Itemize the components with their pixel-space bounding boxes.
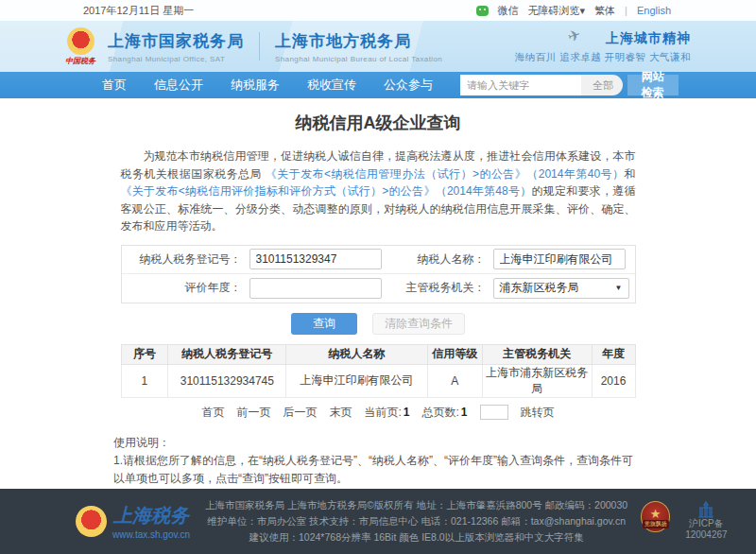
intro-text: 和 — [625, 167, 636, 181]
cell-index: 1 — [121, 364, 168, 397]
col-reg-number: 纳税人税务登记号 — [168, 344, 286, 364]
site-banner: 中国税务 上海市国家税务局 Shanghai Municipal Office,… — [0, 21, 756, 72]
national-office-name: 上海市国家税务局 — [108, 30, 244, 52]
total-pages-indicator: 总页数:1 — [422, 405, 468, 421]
col-tax-authority: 主管税务机关 — [482, 344, 592, 364]
taxpayer-name-label: 纳税人名称： — [389, 246, 493, 274]
search-input[interactable] — [460, 75, 581, 95]
prev-page-link[interactable]: 前一页 — [236, 405, 270, 421]
current-page-indicator: 当前页:1 — [364, 405, 409, 421]
icp-text: 沪ICP备 12004267 — [685, 518, 728, 542]
party-badge-icon[interactable]: ★ 党旗飘扬 — [641, 501, 670, 532]
last-page-link[interactable]: 末页 — [329, 405, 352, 421]
footer-browser-line: 建议使用：1024*768分辨率 16Bit 颜色 IE8.0以上版本浏览器和中… — [205, 529, 627, 545]
first-page-link[interactable]: 首页 — [201, 405, 224, 421]
current-date: 2017年12月11日 星期一 — [83, 4, 194, 18]
site-search: 全部 网站检索 — [460, 75, 679, 95]
evaluation-year-input[interactable] — [249, 278, 382, 299]
icp-registration[interactable]: 沪ICP备 12004267 — [685, 501, 728, 542]
divider: | — [625, 5, 627, 16]
table-header-row: 序号 纳税人税务登记号 纳税人名称 信用等级 主管税务机关 年度 — [121, 344, 635, 364]
accessibility-link[interactable]: 无障碍浏览▾ — [528, 4, 586, 18]
nav-item-tax-services[interactable]: 纳税服务 — [231, 77, 280, 94]
utility-bar: 2017年12月11日 星期一 微信 无障碍浏览▾ 繁体 | English — [0, 0, 756, 21]
local-bureau-name: 上海市地方税务局 — [275, 30, 442, 52]
footer-info: 上海市国家税务局 上海市地方税务局©版权所有 地址：上海市肇嘉浜路800号 邮政… — [205, 497, 627, 545]
cell-year: 2016 — [592, 364, 635, 397]
national-office-subtitle: Shanghai Municipal Office, SAT — [108, 55, 244, 63]
city-spirit-title: 上海城市精神 — [606, 30, 691, 47]
national-office-block: 上海市国家税务局 Shanghai Municipal Office, SAT — [108, 30, 244, 63]
clear-conditions-button[interactable]: 清除查询条件 — [372, 313, 465, 335]
star-icon: ★ — [650, 507, 662, 521]
next-page-link[interactable]: 后一页 — [283, 405, 317, 421]
traditional-chinese-link[interactable]: 繁体 — [594, 4, 615, 18]
taxpayer-reg-input[interactable] — [249, 249, 382, 269]
party-badge-label: 党旗飘扬 — [643, 520, 669, 528]
taxpayer-reg-label: 纳税人税务登记号： — [122, 246, 249, 274]
city-spirit-block: ✈ 上海城市精神 海纳百川 追求卓越 开明睿智 大气谦和 — [515, 29, 691, 64]
footer-copyright-line: 上海市国家税务局 上海市地方税务局©版权所有 地址：上海市肇嘉浜路800号 邮政… — [205, 497, 627, 513]
col-index: 序号 — [121, 344, 168, 364]
main-content: 纳税信用A级企业查询 为规范本市纳税信用管理，促进纳税人诚信自律，提高税法遵从度… — [0, 98, 756, 489]
local-bureau-subtitle: Shanghai Municipal Bureau of Local Taxat… — [275, 55, 442, 63]
cell-reg-number: 310115132934745 — [168, 364, 286, 397]
footer-logo[interactable]: 上海税务 www.tax.sh.gov.cn — [76, 503, 190, 540]
jump-page-label[interactable]: 跳转页 — [521, 405, 555, 421]
tax-emblem-logo: 中国税务 — [65, 27, 95, 66]
national-emblem-icon — [67, 27, 94, 55]
emblem-caption: 中国税务 — [65, 56, 95, 66]
utility-links: 微信 无障碍浏览▾ 繁体 | English — [476, 4, 671, 18]
form-actions: 查询 清除查询条件 — [0, 313, 756, 335]
tax-authority-select[interactable]: 浦东新区税务局 ▼ — [493, 278, 629, 299]
announcement-40-link[interactable]: 《关于发布<纳税信用管理办法（试行）>的公告》（2014年第40号） — [266, 167, 625, 181]
search-scope-select[interactable]: 全部 — [581, 75, 623, 95]
col-taxpayer-name: 纳税人名称 — [286, 344, 428, 364]
cell-credit-rating: A — [427, 364, 482, 397]
select-caret-icon: ▼ — [615, 284, 623, 292]
icp-monument-icon — [696, 501, 715, 518]
tax-emblem-icon — [76, 506, 107, 537]
wechat-icon[interactable] — [476, 6, 489, 16]
table-row: 1 310115132934745 上海申江印刷有限公司 A 上海市浦东新区税务… — [121, 364, 635, 397]
wechat-link[interactable]: 微信 — [498, 4, 519, 18]
footer-contact-line: 维护单位：市局办公室 技术支持：市局信息中心 电话：021-12366 邮箱：t… — [205, 513, 627, 529]
site-search-button[interactable]: 网站检索 — [627, 75, 679, 95]
cell-tax-authority: 上海市浦东新区税务局 — [482, 364, 592, 397]
footer-site-url[interactable]: www.tax.sh.gov.cn — [112, 529, 190, 540]
query-form: 纳税人税务登记号： 纳税人名称： 评价年度： 主管税务机关： 浦东新区税务局 ▼ — [121, 245, 636, 303]
col-credit-rating: 信用等级 — [427, 344, 482, 364]
evaluation-year-label: 评价年度： — [122, 274, 249, 303]
page-title: 纳税信用A级企业查询 — [0, 112, 756, 134]
footer-badges: ★ 党旗飘扬 沪ICP备 12004267 — [641, 501, 728, 542]
tax-authority-label: 主管税务机关： — [389, 274, 493, 303]
page-footer: 上海税务 www.tax.sh.gov.cn 上海市国家税务局 上海市地方税务局… — [0, 489, 756, 554]
intro-paragraph: 为规范本市纳税信用管理，促进纳税人诚信自律，提高税法遵从度，推进社会信用体系建设… — [121, 147, 636, 235]
nav-item-public-participation[interactable]: 公众参与 — [384, 77, 433, 94]
nav-item-info-disclosure[interactable]: 信息公开 — [154, 77, 203, 94]
jump-page-input[interactable] — [480, 405, 508, 420]
tax-authority-value: 浦东新区税务局 — [500, 280, 579, 296]
col-year: 年度 — [592, 344, 635, 364]
local-bureau-block: 上海市地方税务局 Shanghai Municipal Bureau of Lo… — [275, 30, 442, 63]
divider — [259, 32, 260, 61]
announcement-48-link[interactable]: 《关于发布<纳税信用评价指标和评价方式（试行）>的公告》（2014年第48号） — [121, 184, 532, 198]
english-link[interactable]: English — [637, 5, 671, 16]
main-nav: 首页 信息公开 纳税服务 税收宣传 公众参与 全部 网站检索 — [0, 72, 756, 98]
notes-line-1: 1.请根据您所了解的信息，在“纳税人税务登记号”、“纳税人名称”、“评价年度”输… — [113, 452, 643, 488]
chevron-down-icon: ▾ — [580, 5, 586, 16]
taxpayer-name-input[interactable] — [493, 249, 626, 269]
city-spirit-motto: 海纳百川 追求卓越 开明睿智 大气谦和 — [515, 51, 691, 64]
footer-site-name: 上海税务 — [113, 503, 189, 528]
cell-taxpayer-name: 上海申江印刷有限公司 — [286, 364, 428, 397]
notes-title: 使用说明： — [113, 434, 643, 452]
nav-item-home[interactable]: 首页 — [102, 77, 127, 94]
nav-item-tax-publicity[interactable]: 税收宣传 — [307, 77, 356, 94]
usage-notes: 使用说明： 1.请根据您所了解的信息，在“纳税人税务登记号”、“纳税人名称”、“… — [113, 434, 643, 489]
results-table: 序号 纳税人税务登记号 纳税人名称 信用等级 主管税务机关 年度 1 31011… — [121, 344, 636, 398]
query-button[interactable]: 查询 — [291, 313, 357, 335]
paper-plane-icon: ✈ — [565, 25, 583, 45]
pagination: 首页 前一页 后一页 末页 当前页:1 总页数:1 跳转页 — [0, 405, 756, 421]
